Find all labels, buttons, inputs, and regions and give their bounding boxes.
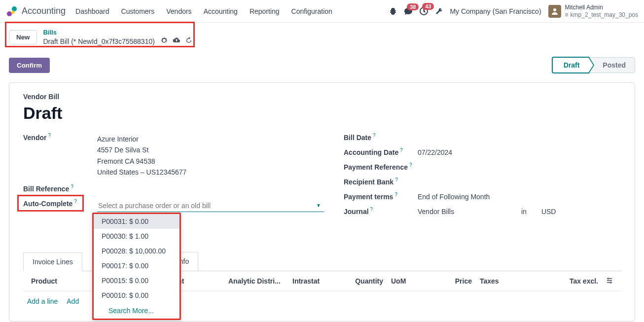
activities-icon[interactable]: 43 (420, 7, 428, 15)
help-icon[interactable]: ? (373, 133, 376, 138)
breadcrumb-parent[interactable]: Bills (43, 29, 192, 37)
status-posted[interactable]: Posted (589, 57, 635, 73)
autocomplete-input[interactable] (97, 200, 324, 212)
cloud-save-icon[interactable] (173, 37, 180, 44)
doc-type-label: Vendor Bill (23, 93, 621, 101)
col-price: Price (427, 277, 476, 285)
add-section-link[interactable]: Add (67, 297, 79, 305)
help-icon[interactable]: ? (395, 177, 398, 182)
user-db: kmp_2_test_may_30_pos (571, 11, 638, 18)
journal-currency[interactable]: USD (541, 208, 556, 215)
messages-badge: 38 (407, 3, 419, 10)
dropdown-search-more[interactable]: Search More... (94, 303, 179, 319)
pay-terms-label: Payment terms (344, 193, 393, 201)
discard-icon[interactable] (185, 37, 192, 44)
action-bar: Confirm Draft Posted (0, 52, 644, 82)
caret-down-icon[interactable]: ▼ (316, 203, 321, 208)
status-bar: Draft Posted (552, 57, 635, 73)
breadcrumb-current: Draft Bill (* NewId_0x7f3c75588310) (43, 37, 154, 45)
columns-settings-icon[interactable] (602, 277, 617, 285)
help-icon[interactable]: ? (400, 147, 403, 153)
user-menu[interactable]: Mitchell Admin ≡kmp_2_test_may_30_pos (548, 4, 638, 18)
bug-icon[interactable] (389, 7, 397, 15)
menu-accounting[interactable]: Accounting (204, 7, 238, 15)
dropdown-item[interactable]: P00015: $ 0.00 (94, 273, 179, 288)
journal-label: Journal (344, 208, 369, 215)
app-logo (6, 5, 18, 17)
pay-ref-label: Payment Reference (344, 163, 408, 171)
col-analytic: Analytic Distri... (224, 277, 288, 285)
gear-icon[interactable] (161, 37, 168, 44)
form-right-column: Bill Date? Accounting Date? 07/22/2024 P… (344, 134, 621, 222)
help-icon[interactable]: ? (409, 162, 412, 168)
nav-right: 38 43 My Company (San Francisco) Mitchel… (389, 4, 638, 18)
main-menu: Dashboard Customers Vendors Accounting R… (75, 7, 332, 15)
col-uom: UoM (387, 277, 427, 285)
add-line-link[interactable]: Add a line (27, 297, 58, 305)
col-intrastat: Intrastat (288, 277, 338, 285)
bill-ref-label: Bill Reference (23, 185, 69, 193)
acc-date-value[interactable]: 07/22/2024 (418, 148, 621, 156)
company-selector[interactable]: My Company (San Francisco) (450, 7, 541, 15)
help-icon[interactable]: ? (394, 192, 397, 197)
vendor-label: Vendor (23, 134, 46, 142)
dropdown-item[interactable]: P00030: $ 1.00 (94, 229, 179, 244)
col-tax-excl: Tax excl. (515, 277, 602, 285)
menu-reporting[interactable]: Reporting (250, 7, 280, 15)
avatar (548, 5, 561, 18)
activities-badge: 43 (422, 3, 434, 10)
col-product: Product (27, 277, 86, 285)
acc-date-label: Accounting Date (344, 148, 398, 156)
dropdown-item[interactable]: P00010: $ 0.00 (94, 288, 179, 303)
dropdown-item[interactable]: P00031: $ 0.00 (94, 214, 179, 229)
app-name[interactable]: Accounting (22, 6, 66, 16)
control-panel: New Bills Draft Bill (* NewId_0x7f3c7558… (0, 23, 644, 52)
help-icon[interactable]: ? (48, 133, 51, 138)
doc-state: Draft (23, 104, 621, 123)
confirm-button[interactable]: Confirm (9, 58, 50, 73)
dropdown-item[interactable]: P00028: $ 10,000.00 (94, 244, 179, 258)
autocomplete-dropdown: P00031: $ 0.00 P00030: $ 1.00 P00028: $ … (92, 213, 181, 320)
menu-dashboard[interactable]: Dashboard (75, 7, 109, 15)
help-icon[interactable]: ? (370, 207, 373, 212)
messages-icon[interactable]: 38 (404, 7, 413, 15)
dropdown-item[interactable]: P00017: $ 0.00 (94, 258, 179, 273)
journal-value[interactable]: Vendor Bills (418, 208, 506, 215)
top-nav: Accounting Dashboard Customers Vendors A… (0, 0, 644, 23)
tab-invoice-lines[interactable]: Invoice Lines (23, 252, 82, 271)
col-taxes: Taxes (476, 277, 515, 285)
database-icon: ≡ (565, 11, 569, 18)
pay-terms-value[interactable]: End of Following Month (418, 193, 621, 201)
menu-vendors[interactable]: Vendors (166, 7, 191, 15)
user-name: Mitchell Admin (565, 4, 638, 11)
svg-point-4 (553, 8, 556, 11)
menu-configuration[interactable]: Configuration (291, 7, 332, 15)
autocomplete-label: Auto-Complete (23, 200, 72, 208)
form-sheet: Vendor Bill Draft Vendor? Azure Interior… (9, 82, 635, 322)
new-button[interactable]: New (9, 30, 37, 44)
help-icon[interactable]: ? (71, 184, 73, 189)
autocomplete-row: Auto-Complete? ▼ P00031: $ 0.00 P00030: … (23, 200, 324, 212)
breadcrumb: Bills Draft Bill (* NewId_0x7f3c75588310… (43, 29, 192, 46)
recip-bank-label: Recipient Bank (344, 178, 394, 186)
vendor-value[interactable]: Azure Interior 4557 De Silva St Fremont … (97, 134, 324, 178)
journal-in: in (521, 208, 527, 215)
status-draft[interactable]: Draft (552, 57, 590, 73)
bill-date-label: Bill Date (344, 134, 371, 142)
help-icon[interactable]: ? (74, 199, 77, 204)
tools-icon[interactable] (435, 7, 443, 15)
menu-customers[interactable]: Customers (121, 7, 155, 15)
form-left-column: Vendor? Azure Interior 4557 De Silva St … (23, 134, 324, 222)
col-quantity: Quantity (338, 277, 387, 285)
